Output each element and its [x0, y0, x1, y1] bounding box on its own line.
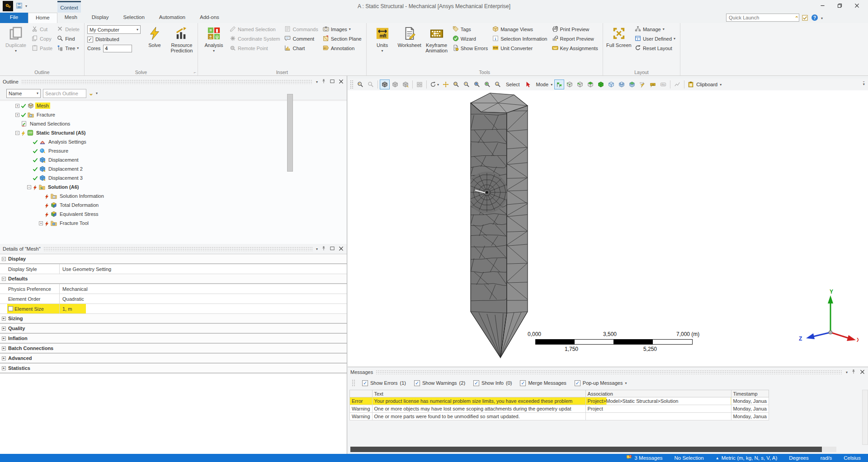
tab-home[interactable]: Home [28, 13, 57, 23]
find-button[interactable]: Find [55, 34, 81, 43]
analysis-button[interactable]: ≡▮±ψAnalysis▾ [201, 24, 227, 53]
close-button[interactable] [848, 1, 865, 11]
details-row-advanced[interactable]: +Advanced [0, 354, 347, 364]
select-body-button[interactable] [596, 79, 606, 89]
viewports-button[interactable] [415, 79, 425, 89]
pin-icon[interactable] [851, 369, 856, 375]
tree-item-total-deformation[interactable]: Total Deformation [0, 201, 347, 210]
user-defined-button[interactable]: User Defined▾ [633, 34, 677, 43]
help-icon[interactable]: ? [811, 14, 818, 22]
manage-button[interactable]: Manage▾ [633, 24, 677, 34]
select-element-button[interactable] [627, 79, 637, 89]
zoom-fit-button[interactable] [472, 79, 482, 89]
select-vertex-button[interactable] [565, 79, 575, 89]
panel-menu-icon[interactable]: ▾ [316, 80, 318, 84]
distributed-checkbox[interactable]: ✓Distributed [87, 35, 141, 44]
panel-drag-handle[interactable] [352, 379, 355, 387]
status-temperature-unit[interactable]: Celsius [844, 455, 861, 461]
messages-column-header[interactable]: Text [372, 390, 585, 397]
close-icon[interactable] [859, 369, 865, 376]
images-button[interactable]: Images▾ [321, 24, 363, 34]
close-icon[interactable] [338, 246, 344, 252]
details-value[interactable]: 1, m [60, 304, 347, 313]
pin-icon[interactable] [321, 79, 326, 85]
annotation-button[interactable]: ABCAnnotation [321, 43, 363, 53]
print-preview-button[interactable]: Print Preview [550, 24, 600, 34]
status-units[interactable]: ▲Metric (m, kg, N, s, V, A) [716, 455, 777, 461]
tree-item-displacement-3[interactable]: Displacement 3 [0, 173, 347, 182]
status-angle-unit[interactable]: Degrees [789, 455, 808, 461]
tree-item-analysis-settings[interactable]: Analysis Settings [0, 137, 347, 146]
reset-layout-button[interactable]: Reset Layout [633, 43, 677, 53]
zoom-prev-button[interactable] [493, 79, 503, 89]
details-row-display-style[interactable]: Display StyleUse Geometry Setting [0, 264, 347, 274]
outline-toolbar-more-icon[interactable]: ▾ [96, 91, 98, 95]
filter-show-errors[interactable]: ✓Show Errors(1) [359, 380, 409, 386]
cores-input[interactable] [103, 45, 132, 52]
minimize-button[interactable] [814, 1, 831, 11]
label-abc-button[interactable]: Abc [658, 79, 668, 89]
tree-item-named-selections[interactable]: Named Selections [0, 119, 347, 128]
tree-item-mesh[interactable]: +Mesh [0, 101, 347, 110]
expand-icon[interactable]: + [15, 104, 19, 108]
details-value[interactable]: Quadratic [60, 294, 347, 303]
toolbar-overflow-icon[interactable]: ⌄▾ [862, 79, 865, 86]
maximize-icon[interactable] [330, 246, 335, 252]
tree-item-fracture-tool[interactable]: +Fracture Tool [0, 219, 347, 228]
chart-button[interactable]: Chart [283, 43, 320, 53]
exploded-view-button[interactable] [401, 79, 410, 89]
outline-search-input[interactable]: Search Outline [43, 89, 86, 98]
filter-show-info[interactable]: ✓Show Info(0) [471, 380, 514, 386]
messages-column-header[interactable]: Timestamp [731, 390, 769, 397]
solve-button[interactable]: Solve [142, 24, 168, 48]
zoom-redo-button[interactable] [366, 79, 376, 89]
zoom-box-button[interactable] [451, 79, 461, 89]
message-row-warning[interactable]: WarningOne or more parts were found to b… [350, 413, 769, 420]
resource-prediction-button[interactable]: Resource Prediction [169, 24, 195, 54]
panel-menu-icon[interactable]: ▾ [846, 370, 848, 374]
report-preview-button[interactable]: Report Preview [550, 34, 600, 43]
tree-item-static-structural-a5-[interactable]: −777Static Structural (A5) [0, 128, 347, 137]
outline-filter-select[interactable]: Name▾ [6, 89, 41, 98]
pick-coordinates-button[interactable]: X,Y,Z [637, 79, 647, 89]
expand-icon[interactable]: + [15, 113, 19, 117]
select-face-button[interactable] [585, 79, 595, 89]
select-multi-button[interactable] [554, 79, 564, 89]
select-edge-button[interactable] [575, 79, 585, 89]
tree-item-equivalent-stress[interactable]: Equivalent Stress [0, 210, 347, 219]
collapse-icon[interactable]: − [27, 185, 31, 189]
collapse-ribbon-icon[interactable]: ⌃ [795, 15, 799, 21]
worksheet-button[interactable]: Worksheet [396, 24, 423, 48]
messages-vertical-scrollbar[interactable] [862, 390, 868, 445]
tab-automation[interactable]: Automation [152, 13, 193, 23]
shaded-view-button[interactable] [390, 79, 400, 89]
show-errors-button[interactable]: Show Errors [451, 43, 490, 53]
status-angular-velocity-unit[interactable]: rad/s [821, 455, 832, 461]
status-messages[interactable]: ! 3 Messages [626, 454, 663, 462]
select-cursor-button[interactable] [523, 79, 533, 89]
dialog-launcher-icon[interactable]: ⌐ [194, 70, 196, 75]
zoom-capped-button[interactable] [482, 79, 492, 89]
collapse-icon[interactable]: − [15, 131, 19, 135]
mode_label-label[interactable]: Mode▾ [533, 79, 554, 89]
details-value[interactable]: Mechanical [60, 284, 347, 294]
collapse-icon[interactable]: − [2, 257, 6, 261]
details-row-sizing[interactable]: +Sizing [0, 314, 347, 324]
details-row-quality[interactable]: +Quality [0, 324, 347, 334]
geometry-viewport[interactable]: 0,000 3,500 7,000 (m) 1,750 5,250 YXZ [348, 90, 868, 367]
iso-view-button[interactable] [380, 79, 390, 89]
expand-icon[interactable]: + [2, 336, 6, 341]
max-min-label-button[interactable]: 100 [648, 79, 658, 89]
messages-column-header[interactable]: Association [585, 390, 731, 397]
tree-item-displacement[interactable]: Displacement [0, 155, 347, 164]
pan-view-button[interactable] [441, 79, 451, 89]
full-screen-button[interactable]: Full Screen [606, 24, 632, 48]
tab-mesh[interactable]: Mesh [57, 13, 85, 23]
details-row-display[interactable]: −Display [0, 254, 347, 264]
close-icon[interactable] [338, 79, 344, 85]
select_label-label[interactable]: Select [503, 79, 523, 89]
details-row-defaults[interactable]: −Defaults [0, 274, 347, 284]
restore-button[interactable] [831, 1, 848, 11]
details-row-physics-preference[interactable]: Physics PreferenceMechanical [0, 284, 347, 294]
details-row-batch-connections[interactable]: +Batch Connections [0, 344, 347, 354]
